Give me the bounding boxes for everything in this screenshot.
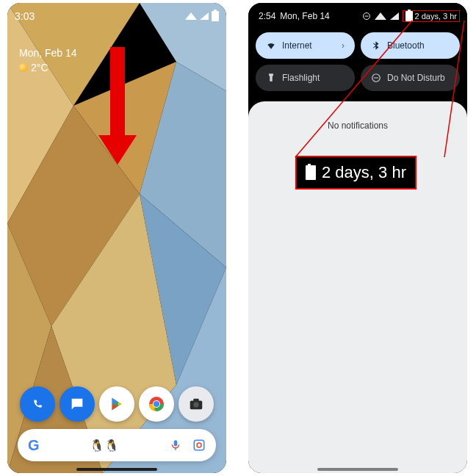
battery-estimate-callout: 2 days, 3 hr [295,156,416,190]
dnd-status-icon [362,12,371,21]
status-time: 2:54 [259,11,275,21]
tile-label: Do Not Disturb [387,73,445,83]
svg-rect-24 [194,440,204,450]
gesture-handle[interactable] [317,468,398,471]
chevron-right-icon: › [342,40,345,51]
search-bar[interactable]: G 🐧🐧 [18,429,216,461]
temperature: 2°C [31,62,48,73]
status-time: 3:03 [15,10,35,22]
battery-icon [306,165,316,180]
hotseat [7,386,226,422]
gesture-handle[interactable] [76,468,157,471]
messages-app-icon[interactable] [60,386,95,422]
battery-icon [212,11,219,21]
quick-settings-screen: 2:54 Mon, Feb 14 2 days, 3 hr Internet [248,3,467,473]
flashlight-icon [266,73,276,83]
callout-text: 2 days, 3 hr [322,163,406,182]
status-date: Mon, Feb 14 [280,11,329,21]
play-store-app-icon[interactable] [99,386,134,422]
svg-point-18 [154,401,159,407]
status-bar: 3:03 [15,7,219,25]
chrome-app-icon[interactable] [139,386,174,422]
svg-point-20 [193,402,198,407]
quick-settings-grid: Internet › Bluetooth Flashlight Do Not D… [256,32,460,91]
weather-row: 2°C [19,62,77,73]
svg-rect-21 [193,399,198,402]
mic-icon[interactable] [169,439,182,452]
tile-label: Internet [282,40,312,51]
wifi-icon [266,40,276,51]
internet-tile[interactable]: Internet › [256,32,355,59]
google-logo: G [28,437,40,454]
wifi-icon [185,12,197,20]
swipe-down-arrow [110,47,137,165]
status-bar: 2:54 Mon, Feb 14 2 days, 3 hr [259,10,460,22]
at-a-glance[interactable]: Mon, Feb 14 2°C [19,47,77,73]
home-screen: 3:03 Mon, Feb 14 2°C [7,3,226,473]
battery-icon [405,11,413,21]
phone-app-icon[interactable] [20,386,55,422]
bluetooth-tile[interactable]: Bluetooth [361,32,460,59]
svg-marker-14 [118,402,122,406]
weather-icon [19,63,28,72]
search-doodle: 🐧🐧 [90,439,119,452]
dnd-tile[interactable]: Do Not Disturb [361,65,460,91]
signal-icon [200,12,209,20]
dnd-icon [371,73,381,83]
tile-label: Flashlight [282,73,320,83]
wifi-icon [375,12,386,20]
battery-estimate-text: 2 days, 3 hr [415,12,457,21]
battery-estimate-pill: 2 days, 3 hr [403,10,460,22]
no-notifications-text: No notifications [248,120,467,131]
svg-rect-22 [174,440,178,446]
flashlight-tile[interactable]: Flashlight [256,65,355,91]
svg-point-25 [197,443,201,447]
date-text: Mon, Feb 14 [19,47,77,59]
bluetooth-icon [371,40,381,51]
quick-settings-panel: 2:54 Mon, Feb 14 2 days, 3 hr Internet [248,3,467,101]
camera-app-icon[interactable] [178,386,214,422]
tile-label: Bluetooth [387,40,425,51]
signal-icon [390,12,399,20]
lens-icon[interactable] [192,439,206,452]
